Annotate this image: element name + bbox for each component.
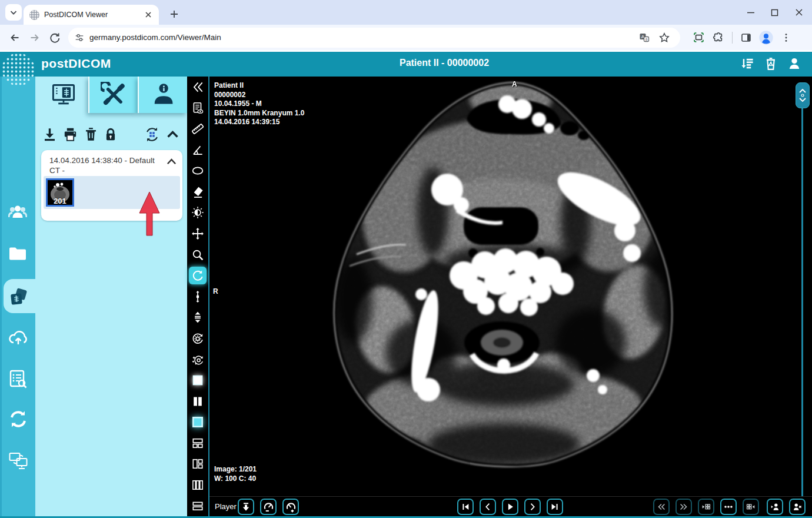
layout-single-button[interactable] — [187, 370, 208, 391]
magnifier-icon — [191, 248, 204, 261]
angle-button[interactable] — [187, 140, 208, 161]
url-text[interactable]: germany.postdicom.com/Viewer/Main — [89, 33, 634, 42]
address-bar[interactable]: germany.postdicom.com/Viewer/Main Aa — [68, 28, 680, 48]
layout-top-two-button[interactable] — [187, 433, 208, 454]
sidebar-item-images[interactable] — [8, 287, 27, 306]
speed-down-icon — [263, 502, 274, 513]
zoom-button[interactable] — [187, 244, 208, 265]
eraser-button[interactable] — [187, 181, 208, 202]
sidebar-item-transfer[interactable] — [8, 450, 27, 469]
player-bar: Player — [209, 496, 812, 516]
back-button[interactable] — [5, 28, 25, 48]
sidebar-item-share[interactable] — [8, 409, 27, 428]
reset-transform-button[interactable] — [187, 328, 208, 349]
previous-layout-button[interactable] — [698, 499, 714, 515]
overlay-study-datetime: 14.04.2016 14:39:15 — [214, 118, 304, 127]
series-header-line1: 14.04.2016 14:38:40 - Default — [49, 155, 167, 165]
layout-rows-button[interactable] — [187, 496, 208, 517]
report-button[interactable] — [187, 98, 208, 119]
account-icon[interactable] — [787, 56, 801, 71]
extensions-button[interactable] — [708, 28, 728, 48]
next-image-button[interactable] — [524, 499, 541, 515]
window-level-text: W: 100 C: 40 — [214, 474, 257, 484]
cine-export-icon — [241, 502, 251, 512]
bookmark-button[interactable] — [654, 28, 674, 48]
sidebar-item-upload[interactable] — [8, 328, 27, 347]
previous-image-button[interactable] — [480, 499, 496, 515]
minimize-button[interactable] — [739, 4, 763, 21]
translate-button[interactable]: Aa — [634, 28, 654, 48]
play-button[interactable] — [502, 499, 518, 515]
collapse-panel-button[interactable] — [187, 77, 208, 98]
ellipse-button[interactable] — [187, 160, 208, 181]
puzzle-icon — [713, 32, 724, 44]
red-arrow-annotation — [132, 190, 166, 239]
speed-down-button[interactable] — [260, 499, 277, 515]
next-patient-button[interactable] — [789, 499, 806, 515]
window-level-button[interactable] — [187, 202, 208, 224]
scroll-slices-button[interactable] — [187, 286, 208, 307]
tab-patient-info[interactable] — [138, 77, 187, 113]
auto-enhance-button[interactable] — [187, 349, 208, 370]
next-image-icon — [527, 502, 538, 512]
slice-scrollbar-track[interactable] — [801, 100, 803, 496]
lock-icon[interactable] — [104, 127, 118, 142]
tab-search-button[interactable] — [5, 4, 22, 21]
browser-tab[interactable]: PostDICOM Viewer — [24, 5, 159, 25]
forward-button[interactable] — [25, 28, 45, 48]
profile-button[interactable] — [756, 28, 776, 48]
orientation-right: R — [213, 287, 218, 297]
chevron-down-icon — [8, 7, 19, 18]
tab-viewer-monitor[interactable] — [39, 77, 88, 113]
first-image-button[interactable] — [457, 499, 474, 515]
browser-menu-button[interactable] — [776, 28, 796, 48]
sort-list-icon[interactable] — [740, 56, 754, 71]
stack-sort-button[interactable] — [187, 307, 208, 328]
reload-button[interactable] — [45, 28, 65, 48]
site-settings-icon[interactable] — [74, 32, 85, 43]
layout-left-two-button[interactable] — [187, 454, 208, 475]
toolbar-divider — [732, 32, 733, 44]
last-image-button[interactable] — [547, 499, 563, 515]
postdicom-brain-logo — [2, 53, 35, 86]
previous-series-button[interactable] — [653, 499, 670, 515]
layout-three-columns-button[interactable] — [187, 474, 208, 496]
svg-text:a: a — [645, 37, 648, 41]
cine-export-button[interactable] — [238, 499, 254, 515]
side-panel-button[interactable] — [736, 28, 756, 48]
dot-icon — [801, 94, 804, 97]
ruler-button[interactable] — [187, 118, 208, 140]
capture-button[interactable] — [688, 28, 708, 48]
cine-sync-icon[interactable] — [144, 127, 160, 142]
series-collapse-icon[interactable] — [167, 157, 177, 165]
print-icon[interactable] — [62, 127, 78, 142]
delete-icon[interactable] — [84, 127, 98, 142]
new-tab-button[interactable] — [166, 6, 182, 22]
reload-icon — [49, 32, 61, 44]
sidebar-item-patients[interactable] — [8, 202, 27, 221]
close-button[interactable] — [787, 4, 811, 21]
active-cell-button[interactable] — [187, 412, 208, 433]
next-layout-button[interactable] — [743, 499, 759, 515]
sidebar-item-worklist-search[interactable] — [8, 369, 27, 388]
more-options-button[interactable] — [720, 499, 737, 515]
left-panel: 14.04.2016 14:38:40 - Default CT - 201 — [35, 77, 187, 516]
tab-tools[interactable] — [88, 77, 138, 113]
series-thumbnail[interactable]: 201 — [46, 178, 74, 207]
recycle-bin-icon[interactable] — [764, 56, 778, 71]
layout-two-vertical-button[interactable] — [187, 391, 208, 412]
rotate-button[interactable] — [187, 265, 208, 286]
browser-toolbar: germany.postdicom.com/Viewer/Main Aa — [0, 25, 812, 50]
overlay-patient-name: Patient II — [214, 81, 304, 91]
image-viewport[interactable]: Patient II 00000002 10.04.1955 - M BEYIN… — [209, 77, 812, 496]
previous-patient-button[interactable] — [767, 499, 783, 515]
sidebar-item-folders[interactable] — [8, 244, 27, 263]
next-series-button[interactable] — [675, 499, 692, 515]
pan-button[interactable] — [187, 223, 208, 244]
slice-scrollbar-thumb[interactable] — [796, 82, 810, 108]
tab-close-icon[interactable] — [144, 10, 153, 19]
maximize-button[interactable] — [763, 4, 786, 21]
download-icon[interactable] — [42, 127, 57, 142]
collapse-panel-icon[interactable] — [165, 127, 180, 142]
speed-up-button[interactable] — [282, 499, 299, 515]
